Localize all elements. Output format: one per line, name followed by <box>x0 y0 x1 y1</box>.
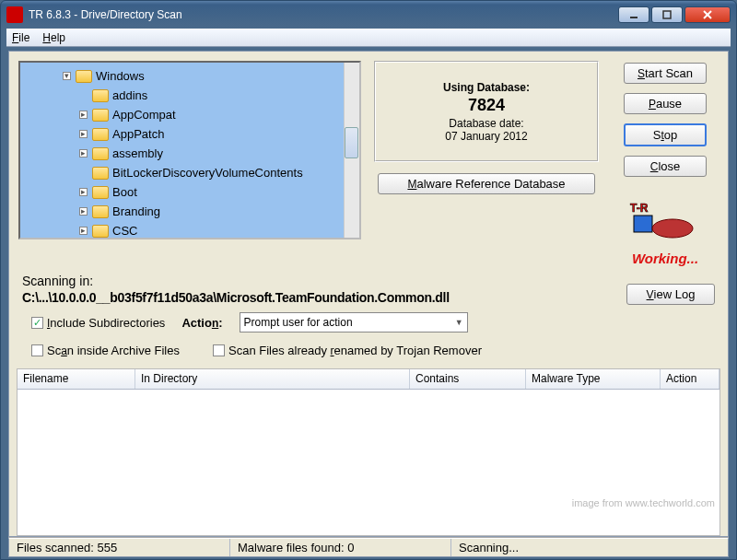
malware-reference-button[interactable]: Malware Reference Database <box>378 173 595 194</box>
svg-point-6 <box>652 219 693 238</box>
menu-file[interactable]: File <box>12 31 29 44</box>
minimize-button[interactable] <box>618 6 649 23</box>
include-subdirectories-checkbox[interactable]: Include Subdirectories <box>31 316 165 330</box>
scan-archives-checkbox[interactable]: Scan inside Archive Files <box>31 344 180 357</box>
checkbox-icon <box>213 344 225 356</box>
tree-node[interactable]: addins <box>22 86 357 105</box>
menu-help[interactable]: Help <box>42 31 65 44</box>
folder-icon <box>92 128 109 141</box>
status-state: Scanning... <box>451 539 728 556</box>
directory-tree[interactable]: ▾ Windows addins▸AppCompat▸AppPatch▸asse… <box>18 61 361 239</box>
client-area: ▾ Windows addins▸AppCompat▸AppPatch▸asse… <box>8 51 729 537</box>
table-header: Filename In Directory Contains Malware T… <box>18 369 719 390</box>
scan-renamed-checkbox[interactable]: Scan Files already renamed by Trojan Rem… <box>213 344 482 357</box>
results-table: Filename In Directory Contains Malware T… <box>17 368 720 536</box>
db-date-label: Database date: <box>449 117 523 130</box>
checkbox-icon <box>31 344 43 356</box>
chevron-down-icon: ▼ <box>455 318 463 327</box>
menubar: File Help <box>6 29 731 47</box>
svg-text:T-R: T-R <box>630 202 649 215</box>
db-using-label: Using Database: <box>443 81 530 94</box>
tree-scrollbar[interactable] <box>344 63 359 238</box>
expander-icon[interactable]: ▾ <box>63 72 71 80</box>
tree-node[interactable]: ▸CSC <box>22 221 357 238</box>
tree-node[interactable]: ▸assembly <box>22 144 357 163</box>
th-malware-type[interactable]: Malware Type <box>526 369 661 389</box>
scanning-path: C:\...\10.0.0.0__b03f5f7f11d50a3a\Micros… <box>22 290 450 305</box>
close-window-button[interactable] <box>684 6 731 23</box>
view-log-button[interactable]: View Log <box>626 284 715 305</box>
folder-icon <box>76 70 92 83</box>
th-in-directory[interactable]: In Directory <box>135 369 410 389</box>
folder-icon <box>92 205 109 218</box>
db-date-value: 07 January 2012 <box>445 130 527 143</box>
tree-node[interactable]: ▸Boot <box>22 182 357 202</box>
app-window: TR 6.8.3 - Drive/Directory Scan File Hel… <box>0 0 737 560</box>
close-button[interactable]: Close <box>624 156 707 177</box>
action-select[interactable]: Prompt user for action ▼ <box>240 312 468 332</box>
th-action[interactable]: Action <box>661 369 719 389</box>
titlebar[interactable]: TR 6.8.3 - Drive/Directory Scan <box>1 1 736 29</box>
svg-rect-5 <box>634 216 652 232</box>
working-indicator: Working... <box>632 251 698 266</box>
scanning-in-label: Scanning in: <box>22 274 450 288</box>
table-body <box>18 390 719 535</box>
stop-button[interactable]: Stop <box>624 123 707 146</box>
folder-icon <box>92 147 109 160</box>
database-info-panel: Using Database: 7824 Database date: 07 J… <box>374 61 599 162</box>
status-files-scanned: Files scanned: 555 <box>9 539 230 556</box>
status-malware-found: Malware files found: 0 <box>230 539 451 556</box>
svg-rect-1 <box>663 11 671 18</box>
app-logo: T-R <box>628 186 702 241</box>
tree-node[interactable]: BitLockerDiscoveryVolumeContents <box>22 163 357 182</box>
folder-icon <box>92 109 109 122</box>
expander-icon[interactable]: ▸ <box>79 207 88 216</box>
scrollbar-thumb[interactable] <box>345 127 358 158</box>
statusbar: Files scanned: 555 Malware files found: … <box>8 537 729 557</box>
checkbox-icon <box>31 317 43 329</box>
app-icon <box>6 6 23 23</box>
folder-icon <box>92 89 109 102</box>
th-filename[interactable]: Filename <box>18 369 135 389</box>
tree-node[interactable]: ▸Branding <box>22 202 357 221</box>
maximize-button[interactable] <box>651 6 683 23</box>
expander-icon[interactable]: ▸ <box>79 149 88 158</box>
window-title: TR 6.8.3 - Drive/Directory Scan <box>29 8 182 21</box>
expander-icon[interactable]: ▸ <box>79 130 88 138</box>
expander-icon[interactable]: ▸ <box>79 227 88 235</box>
folder-icon <box>92 167 109 180</box>
db-number: 7824 <box>468 96 505 115</box>
folder-icon <box>92 186 109 199</box>
expander-icon[interactable]: ▸ <box>79 188 88 196</box>
tree-node[interactable]: ▸AppCompat <box>22 105 357 124</box>
tree-node[interactable]: ▸AppPatch <box>22 124 357 144</box>
start-scan-button[interactable]: Start Scan <box>624 63 707 84</box>
action-label: Action: <box>181 316 222 330</box>
folder-icon <box>92 225 109 238</box>
tree-node-root[interactable]: ▾ Windows <box>22 66 357 86</box>
pause-button[interactable]: Pause <box>624 93 707 114</box>
th-contains[interactable]: Contains <box>410 369 526 389</box>
watermark-text: image from www.techworld.com <box>572 497 715 508</box>
expander-icon[interactable]: ▸ <box>79 111 88 119</box>
